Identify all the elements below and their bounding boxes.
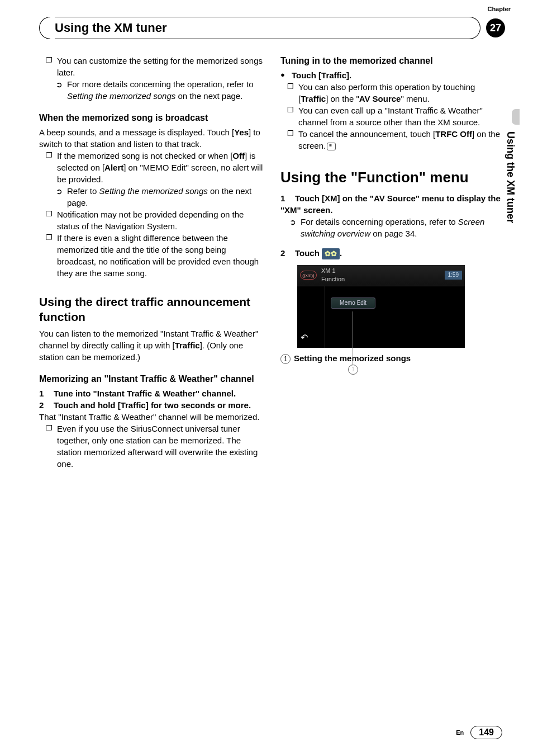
left-column: You can customize the setting for the me… <box>39 55 264 470</box>
ui-label: AV Source <box>359 94 401 103</box>
paragraph: That "Instant Traffic & Weather" channel… <box>39 411 264 423</box>
subheading: Tuning in to the memorized channel <box>280 55 505 67</box>
ui-label: Yes <box>234 127 249 137</box>
title-wrap: Using the XM tuner <box>39 17 480 39</box>
ss-menu: Function <box>321 275 345 284</box>
chapter-label: Chapter <box>487 6 511 12</box>
note: To cancel the announcement, touch [TRFC … <box>280 128 505 152</box>
text: Using the " <box>280 169 358 186</box>
menu-name: Function <box>358 169 419 186</box>
main-heading: Using the "Function" menu <box>280 167 505 187</box>
right-column: Tuning in to the memorized channel Touch… <box>280 55 505 470</box>
step-1: 1Touch [XM] on the "AV Source" menu to d… <box>280 192 505 216</box>
ui-label: Traffic <box>301 94 326 103</box>
note: If there is even a slight difference bet… <box>39 232 264 279</box>
reference: Refer to Setting the memorized songs on … <box>39 185 264 209</box>
ss-clock: 1:59 <box>445 271 462 280</box>
reference: For details concerning operations, refer… <box>280 216 505 239</box>
reference: For more details concerning the operatio… <box>39 78 264 102</box>
note: You can even call up a "Instant Traffic … <box>280 105 505 128</box>
note: Even if you use the SiriusConnect univer… <box>39 423 264 470</box>
text: " menu. <box>401 94 429 103</box>
title-arc-left <box>39 17 50 39</box>
ui-label: Off <box>232 151 245 160</box>
ref-title: Setting the memorized songs <box>99 186 208 196</box>
text: on page 34. <box>370 229 417 238</box>
callout-line <box>353 311 353 365</box>
note: If the memorized song is not checked or … <box>39 150 264 185</box>
end-section-icon <box>327 143 336 150</box>
text: For more details concerning the operatio… <box>67 79 254 89</box>
content-columns: You can customize the setting for the me… <box>39 55 505 470</box>
text: If the memorized song is not checked or … <box>57 151 232 160</box>
chapter-title: Using the XM tuner <box>55 21 166 35</box>
step-text: Touch <box>295 248 322 258</box>
chapter-header: Using the XM tuner Chapter 27 <box>39 17 505 39</box>
step-1: 1Tune into "Instant Traffic & Weather" c… <box>39 388 264 399</box>
callout-legend: 1Setting the memorized songs <box>280 352 505 364</box>
language-label: En <box>456 729 464 736</box>
ss-source-label: XM 1 Function <box>321 267 345 284</box>
chapter-number-badge: 27 <box>486 18 505 37</box>
ss-source: XM 1 <box>321 267 345 275</box>
ref-title: Setting the memorized songs <box>67 91 175 101</box>
text: ] on the " <box>326 94 359 103</box>
text: on the next page. <box>175 91 242 101</box>
step-text: Tune into "Instant Traffic & Weather" ch… <box>54 389 236 398</box>
text: Refer to <box>67 186 99 196</box>
side-tab <box>512 109 520 125</box>
note: You can also perform this operation by t… <box>280 81 505 105</box>
callout-badge: 1 <box>280 354 291 364</box>
ss-memo-edit-tab: Memo Edit <box>331 297 375 309</box>
subheading: Memorizing an "Instant Traffic & Weather… <box>39 373 264 385</box>
step-text: Touch and hold [Traffic] for two seconds… <box>54 400 251 410</box>
text: A beep sounds, and a message is displaye… <box>39 127 234 137</box>
paragraph: You can listen to the memorized "Instant… <box>39 328 264 363</box>
text: To cancel the announcement, touch [ <box>298 129 435 139</box>
ui-label: Alert <box>104 163 123 172</box>
step-2: 2Touch and hold [Traffic] for two second… <box>39 399 264 411</box>
action: Touch [Traffic]. <box>280 69 505 81</box>
callout-number-1: 1 <box>348 365 358 375</box>
page-number: 149 <box>470 726 502 739</box>
ss-main: Memo Edit 1 <box>325 286 465 348</box>
ss-sidebar: ↶ <box>297 286 325 348</box>
step-text: Touch [XM] on the "AV Source" menu to di… <box>280 193 501 215</box>
paragraph: A beep sounds, and a message is displaye… <box>39 126 264 150</box>
title-line: Using the XM tuner <box>55 17 469 39</box>
note: Notification may not be provided dependi… <box>39 209 264 232</box>
ui-label: Traffic <box>175 341 200 350</box>
function-icon: ✿✿ <box>322 248 340 259</box>
xm-logo-icon: ((xm)) <box>300 271 317 280</box>
text: " menu <box>419 169 469 186</box>
page-footer: En 149 <box>456 726 502 739</box>
subheading: When the memorized song is broadcast <box>39 112 264 124</box>
note: You can customize the setting for the me… <box>39 55 264 78</box>
screen-illustration: ((xm)) XM 1 Function 1:59 ↶ Memo Edit 1 <box>297 265 465 348</box>
step-2: 2Touch ✿✿. <box>280 247 505 259</box>
title-arc-right <box>469 17 480 39</box>
ui-label: TRFC Off <box>435 129 472 139</box>
section-heading: Using the direct traffic announcement fu… <box>39 295 264 324</box>
back-arrow-icon: ↶ <box>301 332 321 344</box>
ss-topbar: ((xm)) XM 1 Function 1:59 <box>297 265 465 286</box>
side-chapter-text: Using the XM tuner <box>505 131 516 223</box>
ss-body: ↶ Memo Edit 1 <box>297 286 465 348</box>
text: For details concerning operations, refer… <box>301 217 458 226</box>
